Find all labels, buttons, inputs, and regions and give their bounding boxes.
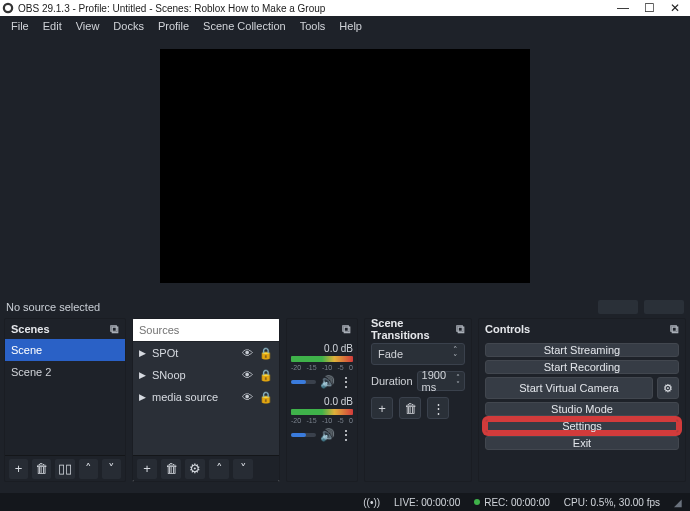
no-source-bar: No source selected xyxy=(0,296,690,318)
audio-mixer-dock: ⧉ 0.0 dB -20-15-10-50 🔊 ⋮ 0.0 dB -20-1 xyxy=(286,318,358,482)
sources-search xyxy=(133,319,279,341)
svg-point-1 xyxy=(5,5,11,11)
scene-filter-button[interactable]: ▯▯ xyxy=(55,459,74,479)
source-item[interactable]: ▶ media source 👁 🔒 xyxy=(133,386,279,408)
lock-icon[interactable]: 🔒 xyxy=(259,369,273,382)
source-item[interactable]: ▶ SNoop 👁 🔒 xyxy=(133,364,279,386)
popout-icon[interactable]: ⧉ xyxy=(110,322,119,336)
source-list: ▶ SPOt 👁 🔒 ▶ SNoop 👁 🔒 ▶ media source 👁 … xyxy=(133,341,279,455)
source-item[interactable]: ▶ SPOt 👁 🔒 xyxy=(133,342,279,364)
transition-select[interactable]: Fade ˄˅ xyxy=(371,343,465,365)
menu-docks[interactable]: Docks xyxy=(106,18,151,34)
speaker-icon[interactable]: 🔊 xyxy=(320,375,335,389)
scene-up-button[interactable]: ˄ xyxy=(79,459,98,479)
close-button[interactable]: ✕ xyxy=(662,1,688,15)
volume-slider[interactable] xyxy=(291,380,316,384)
speaker-icon[interactable]: 🔊 xyxy=(320,428,335,442)
mixer-channel: 0.0 dB -20-15-10-50 🔊 ⋮ xyxy=(291,396,353,443)
exit-button[interactable]: Exit xyxy=(485,436,679,450)
scenes-header: Scenes xyxy=(11,323,110,335)
scenes-toolbar: + 🗑 ▯▯ ˄ ˅ xyxy=(5,455,125,481)
menu-view[interactable]: View xyxy=(69,18,107,34)
channel-menu-icon[interactable]: ⋮ xyxy=(339,374,353,390)
resize-grip-icon[interactable]: ◢ xyxy=(674,497,682,508)
studio-mode-button[interactable]: Studio Mode xyxy=(485,402,679,416)
sources-search-input[interactable] xyxy=(133,319,279,341)
scene-item[interactable]: Scene 2 xyxy=(5,361,125,383)
add-source-button[interactable]: + xyxy=(137,459,157,479)
controls-dock: Controls ⧉ Start Streaming Start Recordi… xyxy=(478,318,686,482)
remove-transition-button[interactable]: 🗑 xyxy=(399,397,421,419)
scene-list: Scene Scene 2 xyxy=(5,339,125,455)
source-down-button[interactable]: ˅ xyxy=(233,459,253,479)
no-source-text: No source selected xyxy=(6,301,100,313)
maximize-button[interactable]: ☐ xyxy=(636,1,662,15)
scenes-dock: Scenes ⧉ Scene Scene 2 + 🗑 ▯▯ ˄ ˅ xyxy=(4,318,126,482)
toolbar-stub-right[interactable] xyxy=(644,300,684,314)
rec-indicator-icon xyxy=(474,499,480,505)
status-rec: REC: 00:00:00 xyxy=(484,497,550,508)
stepper-arrows-icon: ˄˅ xyxy=(456,374,460,388)
virtual-camera-settings-button[interactable]: ⚙ xyxy=(657,377,679,399)
popout-icon[interactable]: ⧉ xyxy=(456,322,465,336)
popout-icon[interactable]: ⧉ xyxy=(670,322,679,336)
menu-profile[interactable]: Profile xyxy=(151,18,196,34)
status-cpu: CPU: 0.5%, 30.00 fps xyxy=(564,497,660,508)
visibility-icon[interactable]: 👁 xyxy=(242,369,253,381)
minimize-button[interactable]: — xyxy=(610,1,636,15)
visibility-icon[interactable]: 👁 xyxy=(242,347,253,359)
menu-scene-collection[interactable]: Scene Collection xyxy=(196,18,293,34)
menu-tools[interactable]: Tools xyxy=(293,18,333,34)
mixer-meter xyxy=(291,409,353,415)
network-icon: ((•)) xyxy=(363,497,380,508)
mixer-scale: -20-15-10-50 xyxy=(291,364,353,372)
start-recording-button[interactable]: Start Recording xyxy=(485,360,679,374)
menu-file[interactable]: File xyxy=(4,18,36,34)
menubar: File Edit View Docks Profile Scene Colle… xyxy=(0,16,690,36)
transition-menu-button[interactable]: ⋮ xyxy=(427,397,449,419)
add-transition-button[interactable]: + xyxy=(371,397,393,419)
window-title: OBS 29.1.3 - Profile: Untitled - Scenes:… xyxy=(18,3,610,14)
duration-label: Duration xyxy=(371,375,413,387)
statusbar: ((•)) LIVE: 00:00:00 REC: 00:00:00 CPU: … xyxy=(0,493,690,511)
transitions-header: Scene Transitions xyxy=(371,318,456,341)
stepper-arrows-icon: ˄˅ xyxy=(453,346,458,362)
mixer-meter xyxy=(291,356,353,362)
start-virtual-camera-button[interactable]: Start Virtual Camera xyxy=(485,377,653,399)
lock-icon[interactable]: 🔒 xyxy=(259,347,273,360)
preview-canvas[interactable] xyxy=(160,49,530,283)
volume-slider[interactable] xyxy=(291,433,316,437)
menu-edit[interactable]: Edit xyxy=(36,18,69,34)
add-scene-button[interactable]: + xyxy=(9,459,28,479)
preview-area xyxy=(0,36,690,296)
play-icon: ▶ xyxy=(139,348,146,358)
play-icon: ▶ xyxy=(139,370,146,380)
duration-input[interactable]: 1900 ms ˄˅ xyxy=(417,371,465,391)
menu-help[interactable]: Help xyxy=(332,18,369,34)
lock-icon[interactable]: 🔒 xyxy=(259,391,273,404)
settings-button[interactable]: Settings xyxy=(485,419,679,433)
status-live: LIVE: 00:00:00 xyxy=(394,497,460,508)
docks-row: Scenes ⧉ Scene Scene 2 + 🗑 ▯▯ ˄ ˅ ▶ SPOt… xyxy=(0,318,690,486)
toolbar-stub-left[interactable] xyxy=(598,300,638,314)
mixer-scale: -20-15-10-50 xyxy=(291,417,353,425)
visibility-icon[interactable]: 👁 xyxy=(242,391,253,403)
play-icon: ▶ xyxy=(139,392,146,402)
remove-scene-button[interactable]: 🗑 xyxy=(32,459,51,479)
mixer-channel: 0.0 dB -20-15-10-50 🔊 ⋮ xyxy=(291,343,353,390)
mixer-db: 0.0 dB xyxy=(291,343,353,354)
app-icon xyxy=(2,2,14,14)
source-properties-button[interactable]: ⚙ xyxy=(185,459,205,479)
controls-header: Controls xyxy=(485,323,670,335)
scene-item[interactable]: Scene xyxy=(5,339,125,361)
popout-icon[interactable]: ⧉ xyxy=(342,322,351,336)
sources-dock: ▶ SPOt 👁 🔒 ▶ SNoop 👁 🔒 ▶ media source 👁 … xyxy=(132,318,280,482)
channel-menu-icon[interactable]: ⋮ xyxy=(339,427,353,443)
start-streaming-button[interactable]: Start Streaming xyxy=(485,343,679,357)
sources-toolbar: + 🗑 ⚙ ˄ ˅ xyxy=(133,455,279,481)
transitions-dock: Scene Transitions ⧉ Fade ˄˅ Duration 190… xyxy=(364,318,472,482)
titlebar: OBS 29.1.3 - Profile: Untitled - Scenes:… xyxy=(0,0,690,16)
remove-source-button[interactable]: 🗑 xyxy=(161,459,181,479)
scene-down-button[interactable]: ˅ xyxy=(102,459,121,479)
source-up-button[interactable]: ˄ xyxy=(209,459,229,479)
